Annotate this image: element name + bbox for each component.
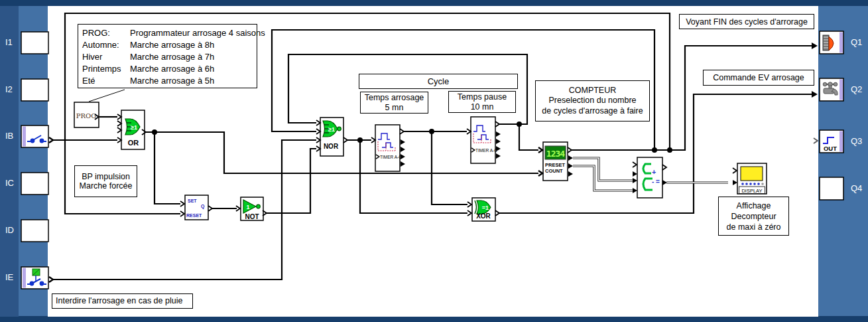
affichage-line3: de maxi à zéro	[727, 222, 781, 232]
comment-box-bp-impulsion[interactable]: BP impulsion Marche forcée	[74, 165, 137, 197]
comment-line-desc: Marche arrosage à 6h	[130, 64, 214, 74]
interdire-label: Interdire l'arrosage en cas de pluie	[56, 296, 189, 305]
output-block-q1[interactable]	[820, 31, 843, 54]
display-screen	[741, 167, 763, 181]
logic-editor-window: I1 I2 IB IC ID IE Q1 Q2 Q3 Q4	[0, 0, 868, 322]
input-block-ie[interactable]	[21, 267, 53, 289]
comment-pointer-line	[89, 90, 125, 102]
comment-box-temps-pause[interactable]: Temps pause 10 mn	[448, 91, 516, 113]
preset-output-pin	[568, 147, 572, 153]
q1-lavender-strip	[839, 33, 843, 53]
set-reset-output-pin	[208, 206, 212, 211]
svg-text:1: 1	[246, 204, 249, 210]
svg-text:COUNT: COUNT	[545, 168, 563, 174]
preset-counter-block[interactable]: 1234 PRESET COUNT	[538, 142, 573, 181]
temps-arrosage-line1: Temps arrosage	[365, 93, 424, 103]
svg-text:XOR: XOR	[476, 212, 491, 220]
compteur-line2: Preselection du nombre	[548, 96, 636, 106]
comment-box-commande-ev[interactable]: Commande EV arrosage	[703, 70, 814, 86]
comment-line-desc: Marche arrosage à 8h	[130, 40, 214, 50]
output-block-q4[interactable]	[820, 177, 843, 200]
comment-line-label: Hiver	[82, 51, 130, 63]
nor-gate-block[interactable]: ≥1 NOR	[316, 118, 347, 156]
nor-output-pin	[343, 137, 347, 143]
not-gate-block[interactable]: 1 NOT	[236, 197, 267, 220]
set-reset-block[interactable]: SET Q RESET	[180, 195, 212, 220]
temps-pause-line1: Temps pause	[458, 92, 507, 102]
xor-gate-block[interactable]: =1 XOR	[467, 198, 499, 221]
timer2-block[interactable]: TIMER A-C	[467, 117, 501, 163]
comment-line-label: Printemps	[82, 63, 130, 75]
input-block-i2[interactable]	[21, 79, 48, 101]
voyant-label: Voyant FIN des cycles d'arrorage	[686, 17, 808, 27]
cycle-label: Cycle	[428, 76, 450, 86]
svg-text:1234: 1234	[546, 149, 565, 159]
svg-text:≥1: ≥1	[131, 124, 137, 131]
svg-text:RESET: RESET	[186, 213, 202, 218]
timer1-block[interactable]: TIMER A-C	[371, 125, 405, 171]
wire-preset-value1-to-comparator[interactable]	[573, 158, 633, 181]
commande-label: Commande EV arrosage	[713, 73, 804, 82]
wire-timer1-to-timer2-and-xor[interactable]	[404, 129, 467, 204]
svg-text:=1: =1	[482, 204, 489, 211]
compteur-line1: COMPTEUR	[569, 86, 617, 96]
comment-box-cycle[interactable]: Cycle	[359, 74, 518, 89]
comment-box-voyant-fin[interactable]: Voyant FIN des cycles d'arrorage	[679, 14, 814, 29]
ib-output-pin	[49, 137, 53, 143]
output-block-q2[interactable]	[820, 78, 843, 101]
comment-line-label: PROG:	[82, 27, 130, 39]
svg-text:NOT: NOT	[245, 213, 259, 220]
xor-output-pin	[495, 210, 499, 216]
comment-box-compteur[interactable]: COMPTEUR Preselection du nombre de cycle…	[535, 80, 650, 121]
affichage-line1: Affichage	[737, 201, 771, 211]
input-block-ib[interactable]	[21, 125, 53, 147]
input-block-id[interactable]	[21, 220, 48, 242]
svg-text:OUT: OUT	[824, 145, 837, 152]
comment-box-affichage[interactable]: Affichage Decompteur de maxi à zéro	[718, 197, 789, 236]
output-block-q3[interactable]: OUT	[814, 130, 843, 153]
input-block-i1[interactable]	[21, 32, 48, 54]
svg-text:PRESET: PRESET	[545, 162, 565, 168]
comment-line-desc: Marche arrosage à 5h	[130, 76, 214, 86]
svg-text:Q: Q	[201, 204, 205, 209]
input-block-ic[interactable]	[21, 173, 48, 195]
q2-lavender-strip	[839, 80, 843, 100]
comment-box-interdire[interactable]: Interdire l'arrosage en cas de pluie	[52, 293, 193, 309]
wire-not-to-nor[interactable]	[267, 149, 316, 213]
compteur-line3: de cycles d'arrosage à faire	[542, 106, 643, 117]
prog-block[interactable]: PROG	[74, 102, 99, 127]
comment-box-temps-arrosage[interactable]: Temps arrosage 5 mn	[360, 92, 428, 114]
bp-line2: Marche forcée	[80, 181, 133, 191]
svg-text:- =: - =	[652, 178, 660, 185]
comment-line-label: Eté	[82, 75, 130, 87]
svg-text:NOR: NOR	[324, 143, 339, 150]
svg-text:≥1: ≥1	[328, 126, 335, 133]
comparator-block[interactable]: + - =	[633, 157, 667, 198]
svg-text:+: +	[652, 168, 656, 176]
svg-text:TIMER A-C: TIMER A-C	[475, 148, 497, 153]
comment-line-desc: Marche arrosage à 7h	[130, 52, 214, 62]
svg-text:PROG: PROG	[76, 112, 96, 120]
comparator-output-pin	[662, 165, 666, 170]
temps-arrosage-line2: 5 mn	[385, 103, 404, 113]
ib-lavender-strip	[23, 127, 26, 147]
comment-line-label: Automne:	[82, 39, 130, 51]
q3-input-pin	[814, 138, 818, 143]
wire-nor-to-timer1-and-xor[interactable]	[347, 137, 467, 213]
svg-text:SET: SET	[188, 199, 197, 203]
ie-output-pin	[49, 277, 53, 282]
wire-preset-value2-to-comparator[interactable]	[573, 166, 633, 191]
bp-line1: BP impulsion	[82, 172, 130, 181]
svg-text:OR: OR	[128, 139, 139, 147]
q3-lavender-strip	[839, 131, 843, 152]
display-block[interactable]: DISPLAY	[733, 163, 767, 194]
or-gate-block[interactable]: ≥1 OR	[117, 110, 146, 149]
comment-line-desc: Programmateur arrosage 4 saisons	[130, 28, 265, 38]
timer1-output-pin	[400, 129, 404, 134]
timer2-output-pin	[495, 121, 499, 127]
svg-text:TIMER A-C: TIMER A-C	[380, 155, 402, 159]
affichage-line2: Decompteur	[731, 211, 776, 222]
comment-box-programme[interactable]: PROG:Programmateur arrosage 4 saisons Au…	[78, 24, 257, 88]
svg-text:DISPLAY: DISPLAY	[741, 188, 762, 194]
ie-lavender-strip	[23, 268, 26, 288]
